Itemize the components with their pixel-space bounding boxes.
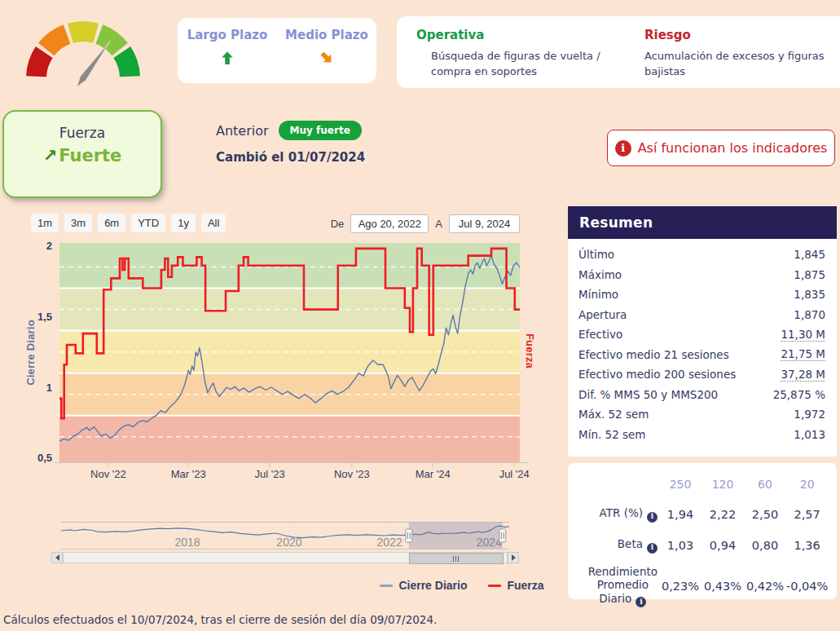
operativa-text: Búsqueda de figuras de vuelta / compra e… <box>416 49 625 80</box>
date-range-group: De A <box>331 214 520 233</box>
how-indicators-work-button[interactable]: i Así funcionan los indicadores <box>607 130 835 166</box>
resumen-row: Mín. 52 sem1,013 <box>578 425 825 445</box>
resumen-row-label: Mínimo <box>578 288 618 301</box>
arrow-up-icon <box>178 51 277 65</box>
legend-swatch <box>380 585 393 587</box>
range-button-6m[interactable]: 6m <box>98 214 125 232</box>
navigator-handle[interactable] <box>406 529 412 542</box>
resumen-row-value: 25,875 % <box>773 388 825 401</box>
svg-text:Nov '22: Nov '22 <box>90 468 126 480</box>
svg-text:Mar '24: Mar '24 <box>416 468 451 480</box>
chart-navigator[interactable]: 2018202020222024 <box>61 522 509 553</box>
resumen-row-label: Efectivo medio 200 sesiones <box>578 368 736 381</box>
plazos-card: Largo Plazo Medio Plazo <box>178 18 376 83</box>
scrollbar-thumb[interactable] <box>409 553 504 564</box>
date-from-input[interactable] <box>350 214 429 233</box>
resumen-row-label: Efectivo medio 21 sesiones <box>578 348 729 361</box>
stats-table-card: 2501206020ATR (%)i1,942,222,502,57Betai1… <box>568 463 837 599</box>
resumen-row: Efectivo medio 21 sesiones21,75 M <box>578 345 825 365</box>
stats-column-header: 120 <box>701 471 744 499</box>
resumen-row-label: Efectivo <box>578 328 622 341</box>
stats-row-label: RendimientoPromedioDiarioi <box>571 561 659 611</box>
svg-text:2: 2 <box>46 240 52 252</box>
stats-column-header: 60 <box>744 471 786 499</box>
stats-value-cell: 2,50 <box>744 499 786 530</box>
date-to-input[interactable] <box>449 214 520 233</box>
chart-legend: Cierre DiarioFuerza <box>328 579 596 592</box>
resumen-row: Efectivo11,30 M <box>578 324 825 345</box>
resumen-row: Efectivo medio 200 sesiones37,28 M <box>578 364 825 385</box>
resumen-row-value: 1,875 <box>794 268 825 281</box>
svg-text:1,5: 1,5 <box>37 311 52 323</box>
riesgo-text: Acumulación de excesos y figuras bajista… <box>644 49 840 80</box>
stats-column-header: 20 <box>786 471 828 499</box>
resumen-body: Último1,845Máximo1,875Mínimo1,835Apertur… <box>568 239 837 444</box>
range-button-1m[interactable]: 1m <box>31 214 59 232</box>
y-axis-title-left: Cierre Diario <box>24 304 37 402</box>
main-chart: Nov '22Mar '23Jul '23Nov '23Mar '24Jul '… <box>0 235 539 484</box>
grip-icon <box>455 556 456 562</box>
stats-value-cell: -0,04% <box>786 561 828 611</box>
navigator-handle[interactable] <box>499 529 506 542</box>
changed-date-text: Cambió el 01/07/2024 <box>216 150 365 165</box>
stats-value-cell: 1,36 <box>786 530 828 561</box>
resumen-row-value[interactable]: 21,75 M <box>781 347 825 361</box>
svg-text:Jul '24: Jul '24 <box>499 468 530 480</box>
stats-value-cell: 0,23% <box>659 561 701 611</box>
operativa-riesgo-card: Operativa Búsqueda de figuras de vuelta … <box>397 16 840 88</box>
y-axis-title-right: Fuerza <box>524 302 536 400</box>
footer-note: Cálculos efectuados el 10/07/2024, tras … <box>3 613 437 626</box>
stats-value-cell: 0,94 <box>701 530 744 561</box>
svg-text:Mar '23: Mar '23 <box>171 468 206 480</box>
resumen-row: Máx. 52 sem1,972 <box>578 404 825 425</box>
scrollbar-track[interactable] <box>63 552 508 563</box>
largo-plazo-label: Largo Plazo <box>178 28 277 42</box>
legend-item-fuerza[interactable]: Fuerza <box>488 579 543 592</box>
gauge-icon <box>18 7 148 91</box>
resumen-row-value[interactable]: 37,28 M <box>781 368 825 382</box>
stats-row-label: Betai <box>571 530 659 561</box>
stats-value-cell: 1,03 <box>659 530 701 561</box>
date-from-label: De <box>331 218 345 230</box>
legend-label: Cierre Diario <box>398 579 467 592</box>
svg-text:1: 1 <box>46 382 52 394</box>
resumen-row-value[interactable]: 11,30 M <box>781 328 825 342</box>
resumen-row-value: 1,835 <box>794 288 825 301</box>
legend-label: Fuerza <box>507 579 543 592</box>
largo-plazo-block: Largo Plazo <box>178 18 277 83</box>
anterior-row: Anterior Muy fuerte <box>216 121 362 140</box>
chart-scrollbar[interactable] <box>51 552 519 563</box>
svg-text:Nov '23: Nov '23 <box>334 468 370 480</box>
info-icon[interactable]: i <box>635 597 646 607</box>
indicator-name: Fuerza <box>4 125 161 141</box>
range-button-3m[interactable]: 3m <box>64 214 92 232</box>
resumen-row: Apertura1,870 <box>578 305 825 325</box>
stats-value-cell: 2,22 <box>701 499 744 530</box>
date-to-label: A <box>435 218 442 230</box>
svg-text:2018: 2018 <box>175 536 200 549</box>
stats-value-cell: 2,57 <box>786 499 828 530</box>
range-button-ytd[interactable]: YTD <box>131 214 165 232</box>
resumen-row-label: Apertura <box>578 308 627 321</box>
riesgo-block: Riesgo Acumulación de excesos y figuras … <box>625 16 840 88</box>
resumen-title: Resumen <box>568 206 837 239</box>
operativa-title: Operativa <box>416 28 625 42</box>
indicator-card[interactable]: Fuerza ↗Fuerte <box>2 110 162 198</box>
stats-column-header: 250 <box>659 471 701 499</box>
anterior-badge: Muy fuerte <box>279 121 362 140</box>
resumen-row-label: Máx. 52 sem <box>578 408 649 421</box>
range-button-1y[interactable]: 1y <box>171 214 196 232</box>
trend-up-right-icon: ↗ <box>43 146 58 165</box>
riesgo-title: Riesgo <box>644 28 840 42</box>
info-button-label: Así funcionan los indicadores <box>638 140 828 156</box>
scrollbar-left-button[interactable] <box>51 552 63 563</box>
info-icon[interactable]: i <box>647 543 657 554</box>
scrollbar-right-button[interactable] <box>508 552 519 563</box>
legend-item-cierre-diario[interactable]: Cierre Diario <box>380 579 467 592</box>
resumen-row: Último1,845 <box>578 245 825 265</box>
resumen-row: Dif. % MMS 50 y MMS20025,875 % <box>578 385 825 405</box>
info-icon[interactable]: i <box>647 512 657 523</box>
info-icon: i <box>615 140 631 157</box>
range-button-all[interactable]: All <box>201 214 226 232</box>
medio-plazo-label: Medio Plazo <box>277 28 376 42</box>
